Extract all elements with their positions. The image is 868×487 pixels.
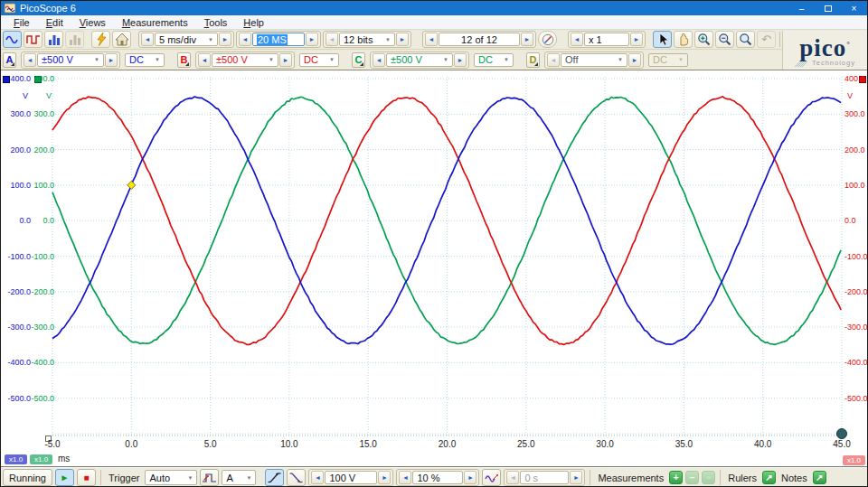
trigger-level-up-button[interactable]: ► — [378, 471, 391, 484]
remove-measurement-button[interactable]: − — [685, 471, 699, 484]
y-axis-c-tick-label: -100.0 — [24, 252, 54, 261]
trigger-source-select[interactable]: A ▼ — [222, 470, 256, 485]
stop-capture-button[interactable]: ■ — [77, 469, 96, 486]
buffer-navigator-button[interactable] — [538, 31, 557, 48]
x-axis-tick-label: 0.0 — [117, 440, 146, 449]
dropdown-arrow-icon: ▼ — [187, 475, 193, 481]
maximize-button[interactable] — [815, 1, 841, 15]
trigger-delay-input[interactable]: 0 s — [520, 471, 569, 484]
channel-b-range-select[interactable]: ±500 V ▼ — [212, 53, 278, 67]
plot-area[interactable] — [1, 70, 868, 467]
channel-a-coupling-select[interactable]: DC ▼ — [125, 53, 165, 67]
trigger-delay-up-button[interactable]: ► — [570, 471, 582, 484]
timebase-increase-button[interactable]: ► — [219, 33, 231, 46]
channel-a-range-select[interactable]: ±500 V ▼ — [37, 53, 104, 67]
buffer-indicator[interactable]: 12 of 12 — [439, 33, 520, 46]
channel-d-coupling-select[interactable]: DC ▼ — [648, 53, 688, 67]
undo-icon: ↶ — [761, 33, 771, 45]
pre-trigger-up-button[interactable]: ► — [464, 471, 476, 484]
samples-group: ◄ 20 MS ► — [236, 31, 321, 48]
scope-display: V V V x1.0 x1.0 x1.0 ms 400.0400.0400.03… — [1, 70, 868, 467]
menu-measurements[interactable]: Measurements — [114, 16, 196, 29]
channel-c-range-up-button[interactable]: ► — [454, 53, 467, 67]
timebase-decrease-button[interactable]: ◄ — [141, 33, 154, 46]
pre-trigger-group: ◄ 10 % ► — [396, 469, 479, 486]
channel-d-range-down-button[interactable]: ◄ — [547, 53, 560, 67]
channel-b-range-down-button[interactable]: ◄ — [198, 53, 211, 67]
title-bar[interactable]: PicoScope 6 – × — [1, 1, 867, 15]
home-setup-button[interactable] — [112, 31, 131, 48]
close-button[interactable]: × — [841, 1, 867, 15]
samples-input[interactable]: 20 MS — [252, 33, 305, 46]
y-axis-c-unit: V — [33, 91, 52, 100]
menu-edit[interactable]: Edit — [38, 16, 71, 29]
channel-b-coupling-select[interactable]: DC ▼ — [299, 53, 339, 67]
add-measurement-button[interactable]: + — [669, 471, 683, 484]
resolution-select[interactable]: 12 bits ▼ — [339, 33, 395, 46]
menu-tools[interactable]: Tools — [196, 16, 236, 29]
rapid-trigger-button[interactable] — [482, 469, 501, 486]
spectrum-view-button[interactable] — [44, 31, 63, 48]
menu-file[interactable]: File — [5, 16, 38, 29]
channel-b-range-up-button[interactable]: ► — [279, 53, 292, 67]
zoom-in-tool[interactable] — [694, 31, 713, 48]
zoom-full-tool[interactable] — [736, 31, 755, 48]
trigger-level-down-button[interactable]: ◄ — [311, 471, 324, 484]
scope-view-button[interactable] — [3, 31, 22, 48]
zoom-badge-channel-a[interactable]: x1.0 — [5, 454, 27, 464]
buffer-next-button[interactable]: ► — [521, 33, 533, 46]
channel-c-range-down-button[interactable]: ◄ — [373, 53, 385, 67]
persistence-view-button[interactable] — [24, 31, 42, 48]
channel-a-range-down-button[interactable]: ◄ — [24, 53, 36, 67]
falling-edge-button[interactable] — [287, 469, 306, 486]
y-axis-b-tick-label: -400.0 — [844, 358, 868, 367]
trigger-level-input[interactable]: 100 V — [325, 471, 377, 484]
hand-pan-tool[interactable] — [674, 31, 693, 48]
running-button[interactable]: Running — [3, 469, 52, 486]
histogram-view-button[interactable] — [65, 31, 84, 48]
channel-b-button[interactable]: B — [177, 52, 191, 68]
minimize-button[interactable]: – — [788, 1, 815, 15]
channel-a-range-up-button[interactable]: ► — [105, 53, 118, 67]
notes-button[interactable]: ↗ — [813, 471, 826, 484]
signal-generator-button[interactable] — [91, 31, 110, 48]
edit-measurement-button[interactable]: ▫ — [702, 471, 715, 484]
trigger-label: Trigger — [106, 473, 142, 483]
samples-decrease-button[interactable]: ◄ — [239, 33, 251, 46]
samples-increase-button[interactable]: ► — [306, 33, 318, 46]
zoom-out-tool[interactable] — [715, 31, 734, 48]
advanced-trigger-button[interactable] — [200, 469, 219, 486]
buffer-previous-button[interactable]: ◄ — [425, 33, 438, 46]
pre-trigger-input[interactable]: 10 % — [412, 471, 463, 484]
menu-help[interactable]: Help — [235, 16, 272, 29]
zoom-out-step-button[interactable]: ◄ — [571, 33, 583, 46]
pico-sub-text: Technology — [812, 59, 855, 67]
zoom-badge-channel-c[interactable]: x1.0 — [30, 454, 52, 464]
trigger-mode-select[interactable]: Auto ▼ — [145, 470, 197, 485]
normal-pointer-tool[interactable] — [653, 31, 672, 48]
rising-edge-button[interactable] — [265, 469, 284, 486]
channel-c-range-select[interactable]: ±500 V ▼ — [386, 53, 453, 67]
trigger-toolbar: Running ► ■ Trigger Auto ▼ A ▼ — [1, 467, 867, 487]
dropdown-arrow-icon: ▼ — [618, 57, 623, 62]
channel-c-button[interactable]: C — [352, 52, 365, 68]
zoom-factor-input[interactable]: x 1 — [584, 33, 629, 46]
resolution-increase-button[interactable]: ► — [396, 33, 409, 46]
pre-trigger-down-button[interactable]: ◄ — [399, 471, 411, 484]
start-capture-button[interactable]: ► — [55, 469, 74, 486]
y-axis-b-unit: V — [847, 91, 853, 100]
channel-c-coupling-select[interactable]: DC ▼ — [474, 53, 514, 67]
timebase-select[interactable]: 5 ms/div ▼ — [155, 33, 218, 46]
rulers-button[interactable]: ↗ — [762, 471, 776, 484]
channel-d-range-up-button[interactable]: ► — [628, 53, 641, 67]
zoom-in-step-button[interactable]: ► — [630, 33, 643, 46]
channel-d-button[interactable]: D — [526, 52, 540, 68]
channel-d-range-select[interactable]: Off ▼ — [561, 53, 627, 67]
channel-a-button[interactable]: A — [3, 52, 16, 68]
trigger-delay-down-button[interactable]: ◄ — [506, 471, 519, 484]
undo-zoom-button[interactable]: ↶ — [757, 31, 776, 48]
zoom-badge-channel-b[interactable]: x1.0 — [843, 455, 865, 465]
resolution-decrease-button[interactable]: ◄ — [326, 33, 338, 46]
menu-views[interactable]: Views — [71, 16, 114, 29]
trigger-marker[interactable] — [127, 181, 136, 189]
